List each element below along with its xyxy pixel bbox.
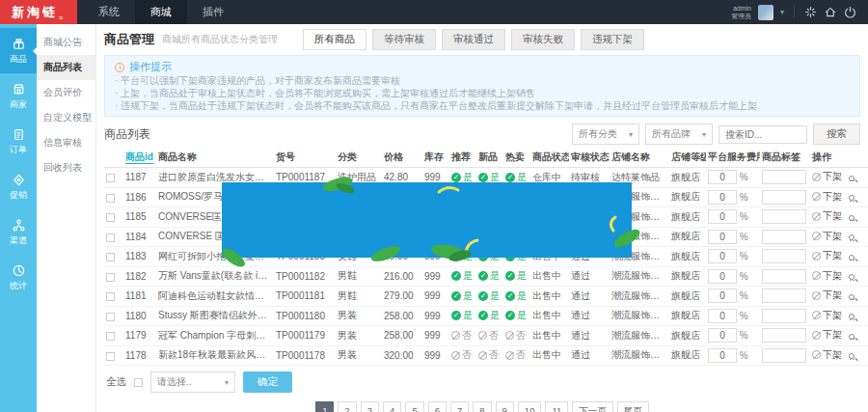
offshelf-action[interactable]: 下架 [812, 348, 842, 362]
search-button[interactable]: 搜索 [813, 124, 860, 145]
row-checkbox[interactable] [106, 174, 115, 182]
page-button[interactable]: 2 [338, 401, 356, 412]
row-checkbox[interactable] [106, 233, 115, 242]
product-id: 1183 [123, 247, 156, 267]
sidebar-item-stats[interactable]: 统计 [0, 255, 37, 300]
fee-input[interactable] [708, 309, 737, 323]
stats-icon [12, 263, 26, 278]
tab-等待审核[interactable]: 等待审核 [372, 29, 436, 50]
row-checkbox[interactable] [106, 253, 115, 261]
page-button[interactable]: 1 [315, 401, 334, 412]
table-wrapper: 商品id商品名称货号分类价格库存推荐新品热卖商品状态审核状态店铺名称店铺等级平台… [104, 148, 860, 366]
product-stock: 999 [422, 326, 449, 346]
sidebar-item-merchant[interactable]: 商家 [0, 73, 37, 119]
fee-input[interactable] [708, 170, 737, 184]
fee-input[interactable] [708, 269, 737, 284]
last-page-button[interactable]: 尾页 [617, 401, 649, 412]
row-actions: 下架查看 [810, 187, 868, 207]
fee-input[interactable] [708, 249, 737, 263]
sidebar-item-promotion[interactable]: 促销 [0, 164, 37, 209]
top-bar: 新淘链 ≡ 系统商城插件 admin 管理员 ▾ [0, 0, 868, 24]
offshelf-action[interactable]: 下架 [812, 328, 842, 342]
fee-suffix: % [740, 192, 748, 203]
sidebar-item-label: 订单 [10, 144, 27, 156]
offshelf-action[interactable]: 下架 [812, 309, 842, 322]
offshelf-action[interactable]: 下架 [812, 209, 842, 223]
select-all-checkbox[interactable] [134, 378, 143, 387]
row-checkbox[interactable] [106, 352, 115, 361]
tag-input[interactable] [762, 230, 806, 244]
fee-input[interactable] [708, 230, 737, 244]
page-button[interactable]: 7 [450, 401, 469, 412]
row-checkbox[interactable] [106, 292, 115, 301]
page-button[interactable]: 5 [405, 401, 423, 412]
next-page-button[interactable]: 下一页 [572, 401, 613, 412]
submenu-item[interactable]: 自定义模型 [37, 105, 95, 130]
tag-input[interactable] [762, 309, 806, 323]
sidebar-item-channel[interactable]: 渠道 [0, 209, 37, 255]
submenu-item[interactable]: 回收列表 [37, 155, 95, 180]
tag-input[interactable] [762, 288, 806, 303]
category-select[interactable]: 所有分类 ▾ [572, 124, 639, 145]
row-checkbox[interactable] [106, 194, 115, 203]
fee-input[interactable] [708, 348, 737, 363]
offshelf-action[interactable]: 下架 [812, 288, 842, 302]
top-menu-item[interactable]: 插件 [187, 0, 239, 24]
tag-input[interactable] [762, 269, 806, 284]
offshelf-action[interactable]: 下架 [812, 190, 842, 204]
row-checkbox[interactable] [106, 213, 115, 222]
tag-input[interactable] [762, 170, 806, 184]
top-menu-item[interactable]: 商城 [135, 0, 187, 24]
tag-input[interactable] [762, 348, 806, 363]
tab-违规下架[interactable]: 违规下架 [581, 29, 644, 50]
tag-input[interactable] [762, 249, 806, 263]
confirm-button[interactable]: 确定 [243, 371, 292, 393]
home-icon[interactable] [824, 6, 837, 18]
offshelf-action[interactable]: 下架 [812, 249, 842, 262]
offshelf-action[interactable]: 下架 [812, 170, 842, 183]
row-checkbox[interactable] [106, 273, 115, 282]
fee-input[interactable] [708, 209, 737, 224]
tag-cell [760, 266, 810, 287]
row-checkbox[interactable] [106, 313, 115, 321]
product-status: 出售中 [530, 287, 569, 307]
page-button[interactable]: 11 [545, 401, 568, 412]
col-header[interactable]: 商品id [123, 148, 156, 168]
offshelf-action[interactable]: 下架 [812, 269, 842, 283]
tag-input[interactable] [762, 209, 806, 224]
brand-select[interactable]: 所有品牌 ▾ [645, 124, 713, 145]
top-menu-item[interactable]: 系统 [83, 0, 135, 24]
tag-input[interactable] [762, 190, 806, 205]
page-button[interactable]: 10 [518, 401, 542, 412]
tab-审核失败[interactable]: 审核失败 [511, 29, 575, 50]
col-header: 店铺等级 [669, 148, 706, 168]
tag-input[interactable] [762, 328, 806, 343]
bulk-action-select[interactable]: 请选择.. ▾ [150, 371, 235, 393]
tab-所有商品[interactable]: 所有商品 [303, 29, 366, 50]
avatar[interactable] [758, 5, 773, 20]
submenu-item[interactable]: 会员评价 [37, 80, 95, 105]
page-button[interactable]: 8 [473, 401, 491, 412]
power-icon[interactable] [844, 6, 856, 18]
row-actions: 下架查看 [810, 247, 868, 267]
fee-input[interactable] [708, 190, 737, 205]
page-button[interactable]: 9 [496, 401, 514, 412]
product-stock: 999 [422, 266, 449, 287]
chevron-down-icon[interactable]: ▾ [780, 8, 784, 16]
tab-审核通过[interactable]: 审核通过 [442, 29, 505, 50]
product-sku: TP0001182 [274, 266, 336, 287]
clear-cache-icon[interactable] [804, 6, 817, 18]
submenu-item[interactable]: 商品列表 [37, 55, 95, 80]
page-button[interactable]: 3 [361, 401, 379, 412]
page-button[interactable]: 4 [383, 401, 401, 412]
search-input[interactable] [719, 125, 807, 144]
submenu-item[interactable]: 商城公告 [37, 30, 95, 55]
offshelf-action[interactable]: 下架 [812, 230, 842, 243]
sidebar-item-goods[interactable]: 商品 [0, 28, 37, 73]
fee-input[interactable] [708, 288, 737, 303]
fee-input[interactable] [708, 328, 737, 343]
submenu-item[interactable]: 信息审核 [37, 130, 95, 155]
row-checkbox[interactable] [106, 332, 115, 341]
sidebar-item-order[interactable]: 订单 [0, 119, 37, 164]
page-button[interactable]: 6 [428, 401, 447, 412]
